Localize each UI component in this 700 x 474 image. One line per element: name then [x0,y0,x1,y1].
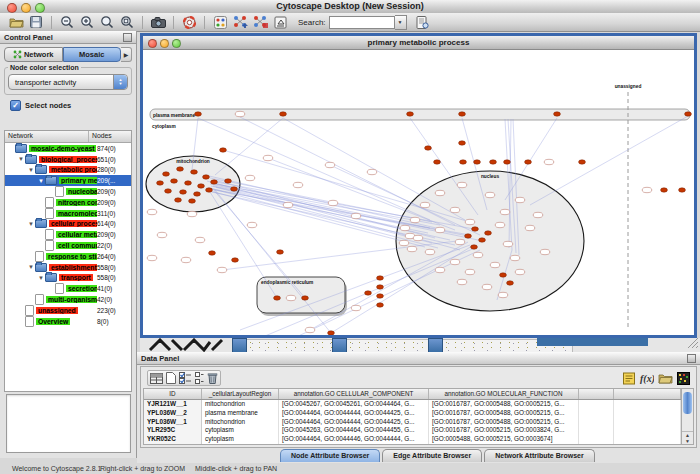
birdseye-view[interactable] [6,394,131,453]
tab-network-attribute-browser[interactable]: Network Attribute Browser [484,449,594,462]
float-panel-icon[interactable] [123,33,132,42]
tab-mosaic[interactable]: Mosaic [63,47,122,62]
table-row[interactable]: YDR039C__1mitochondrion[GO:0044464, GO:0… [144,444,681,445]
tree-row[interactable]: multi-organism pro42(0) [5,294,131,305]
search-options-icon[interactable] [413,14,433,30]
tree-row[interactable]: ▼metabolic process280(0) [5,165,131,176]
graph-node-red [177,167,184,171]
import-folder-icon[interactable] [658,372,673,384]
network-canvas[interactable]: plasma membranecytoplasmmitochondrionnuc… [143,49,694,335]
tree-row[interactable]: unassigned223(0) [5,305,131,316]
column-header-cellular-component[interactable]: annotation.GO CELLULAR_COMPONENT [279,389,429,399]
region-label: cytoplasm [152,124,176,129]
scrollbar-arrows[interactable]: ▲▼ [682,431,693,444]
column-header-id[interactable]: ID [144,389,202,399]
attribute-checklist-icon[interactable] [179,372,192,384]
tree-row-node-count: 223(0) [97,307,131,314]
create-network-view-icon[interactable] [230,14,250,30]
expand-triangle-icon[interactable]: ▼ [27,221,35,227]
select-attributes-icon[interactable] [150,373,163,384]
background-window-icon[interactable] [428,338,443,352]
search-dropdown-arrow[interactable]: ▼ [395,15,407,30]
tree-row[interactable]: ▼cellular process614(0) [5,219,131,230]
open-network-icon[interactable] [6,14,26,30]
tree-row[interactable]: ▼biological_process651(0) [5,154,131,165]
select-nodes-checkbox[interactable]: ✓ [10,100,21,111]
expand-triangle-icon[interactable]: ▼ [27,167,35,173]
background-window-icon[interactable] [332,338,347,352]
status-pan-hint: Middle-click + drag to PAN [195,465,277,472]
tree-row[interactable]: nucleobase-209(0) [5,186,131,197]
scrollbar-thumb[interactable] [683,392,692,414]
tab-edge-attribute-browser[interactable]: Edge Attribute Browser [382,449,482,462]
graph-node-red [500,273,507,277]
tree-row[interactable]: cell communicat22(0) [5,240,131,251]
table-scrollbar[interactable]: ▲▼ [681,388,694,445]
table-cell: mitochondrion [202,444,279,445]
tree-row[interactable]: ▼transport558(0) [5,273,131,284]
graph-node-red [504,160,511,164]
matrix-icon[interactable] [677,372,690,385]
destroy-network-view-icon[interactable] [250,14,270,30]
folder-icon [45,273,57,282]
tree-row[interactable]: cellular metabo209(0) [5,229,131,240]
grow-handle-icon[interactable] [688,338,698,348]
node-color-dropdown[interactable]: transporter activity ▲▼ [8,74,128,90]
expand-triangle-icon[interactable]: ▼ [37,275,45,281]
tab-node-attribute-browser[interactable]: Node Attribute Browser [280,449,380,462]
snapshot-camera-icon[interactable] [148,14,168,30]
network-file-icon [45,229,54,240]
tab-overflow-arrow[interactable]: ▶ [121,47,132,62]
graph-node-red [434,160,441,164]
tree-column-network[interactable]: Network [5,131,89,142]
tree-row[interactable]: secretion41(0) [5,283,131,294]
table-row[interactable]: YPL036W__2plasma membrane[GO:0044464, GO… [144,409,681,418]
save-session-icon[interactable] [26,14,46,30]
graph-node-red [460,160,467,164]
tree-row[interactable]: ▼establishment of lo558(0) [5,262,131,273]
formula-icon[interactable]: f(x) [639,372,654,385]
graph-node-white [235,111,245,116]
float-data-panel-icon[interactable] [687,354,696,363]
annotation-note-icon[interactable] [623,372,635,385]
tab-network[interactable]: Network [4,47,63,62]
table-row[interactable]: YLR295Ccytoplasm[GO:0045263, GO:0044464,… [144,426,681,435]
annotation-icon[interactable] [270,14,290,30]
zoom-out-icon[interactable] [57,14,77,30]
tree-row[interactable]: nitrogen compo209(0) [5,197,131,208]
tree-row-node-count: 22(0) [97,242,131,249]
expand-triangle-icon[interactable]: ▼ [17,156,25,162]
network-view-titlebar[interactable]: primary metabolic process [143,36,694,50]
search-input[interactable] [329,16,395,29]
table-cell: [GO:0005488, GO:0005215, GO:0003674] [429,435,579,444]
table-row[interactable]: YKR052Ccytoplasm[GO:0044464, GO:0044446,… [144,435,681,444]
tree-row[interactable]: Overview8(0) [5,316,131,327]
graph-node-white [544,159,554,164]
column-header-region[interactable]: _cellularLayoutRegion [202,389,279,399]
tree-row[interactable]: mosaic-demo-yeast874(0) [5,143,131,154]
table-cell: [GO:0044464, GO:0044446, GO:0044444, G..… [279,435,429,444]
column-header-molecular-function[interactable]: annotation.GO MOLECULAR_FUNCTION [429,389,579,399]
tree-row-node-count: 558(0) [97,264,131,271]
table-row[interactable]: YJR121W__1mitochondrion[GO:0045267, GO:0… [144,400,681,409]
vizmapper-icon[interactable] [210,14,230,30]
new-attribute-icon[interactable] [166,372,176,384]
table-cell [579,400,614,409]
delete-attribute-trash-icon[interactable] [207,372,218,384]
tree-column-nodes[interactable]: Nodes [89,131,131,142]
expand-triangle-icon[interactable]: ▼ [27,264,35,270]
attribute-list-icon[interactable] [195,372,204,384]
zoom-fit-icon[interactable] [97,14,117,30]
table-row[interactable]: YPL036W__1mitochondrion[GO:0044464, GO:0… [144,418,681,427]
zoom-selected-icon[interactable] [117,14,137,30]
tree-row[interactable]: macromolecule311(0) [5,208,131,219]
expand-triangle-icon[interactable]: ▼ [37,178,45,184]
graph-node-white [217,267,227,272]
tree-row[interactable]: response to stimul264(0) [5,251,131,262]
background-window-icon[interactable] [232,338,247,352]
table-cell [614,435,681,444]
graph-node-red [679,188,686,192]
tree-row[interactable]: ▼primary metabo209(... [5,175,131,186]
help-lifering-icon[interactable] [179,14,199,30]
zoom-in-icon[interactable] [77,14,97,30]
